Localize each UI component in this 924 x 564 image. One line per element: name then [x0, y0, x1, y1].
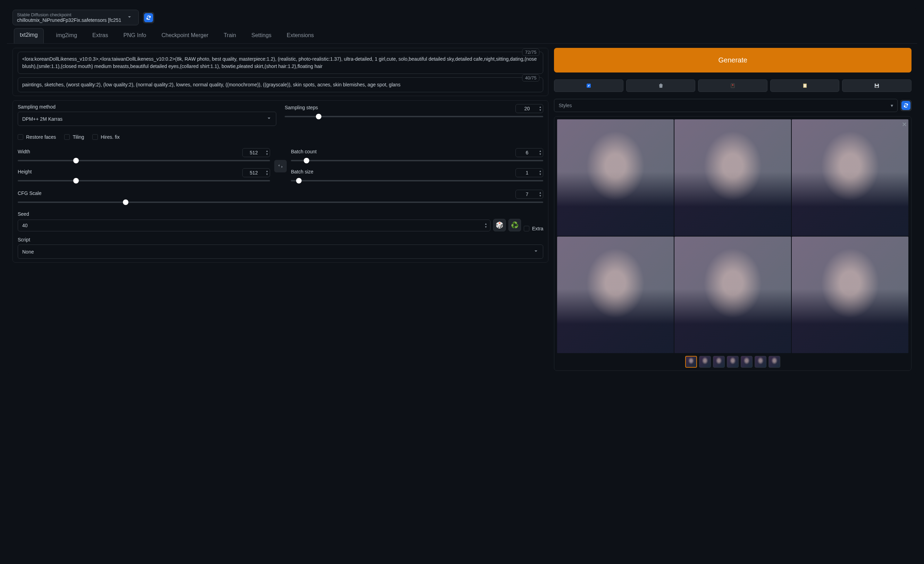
chevron-down-icon[interactable]: [124, 14, 134, 21]
tab-txt2img[interactable]: txt2img: [14, 28, 44, 43]
thumbnail[interactable]: [685, 356, 697, 368]
gallery-image[interactable]: [792, 119, 908, 236]
cfg-scale-slider[interactable]: [18, 199, 543, 206]
width-label: Width: [18, 149, 30, 154]
sampling-steps-label: Sampling steps: [285, 105, 318, 110]
stepper-icon[interactable]: ▲▼: [539, 105, 542, 112]
clear-prompt-button[interactable]: [626, 79, 696, 92]
chevron-down-icon: ▾: [891, 103, 893, 108]
thumbnail[interactable]: [754, 356, 766, 368]
thumbnail[interactable]: [713, 356, 725, 368]
refresh-checkpoint-button[interactable]: [143, 12, 154, 23]
tab-train[interactable]: Train: [221, 28, 239, 43]
reuse-seed-button[interactable]: ♻️: [508, 219, 521, 231]
thumbnail[interactable]: [699, 356, 711, 368]
stepper-icon[interactable]: ▲▼: [539, 191, 542, 197]
tab-checkpoint-merger[interactable]: Checkpoint Merger: [159, 28, 211, 43]
styles-select[interactable]: Styles ▾: [554, 99, 898, 112]
stepper-icon[interactable]: ▲▼: [266, 170, 268, 176]
tab-img2img[interactable]: img2img: [54, 28, 80, 43]
svg-rect-4: [804, 84, 806, 87]
card-icon: [730, 83, 735, 88]
height-slider[interactable]: [18, 177, 270, 184]
width-input[interactable]: 512 ▲▼: [242, 148, 270, 157]
close-icon[interactable]: ✕: [902, 121, 907, 128]
batch-count-input[interactable]: 6 ▲▼: [516, 148, 543, 157]
arrow-corner-icon: [586, 83, 591, 88]
seed-input[interactable]: 40 ▲▼: [18, 220, 490, 231]
negative-token-count: 40/75: [522, 74, 540, 82]
negative-prompt-text: paintings, sketches, (worst quality:2), …: [22, 81, 539, 88]
gallery-image[interactable]: [674, 236, 791, 353]
seed-extra-checkbox[interactable]: Extra: [524, 226, 544, 231]
apply-styles-button[interactable]: [900, 100, 912, 111]
script-select[interactable]: None: [18, 245, 543, 259]
save-style-button[interactable]: [842, 79, 912, 92]
restore-faces-checkbox[interactable]: Restore faces: [18, 134, 56, 140]
positive-prompt-input[interactable]: 72/75 <lora:koreanDollLikeness_v10:0.3>,…: [18, 52, 543, 74]
tab-extensions[interactable]: Extensions: [284, 28, 316, 43]
height-label: Height: [18, 169, 32, 175]
script-label: Script: [18, 237, 543, 242]
thumbnail[interactable]: [768, 356, 780, 368]
tab-extras[interactable]: Extras: [90, 28, 111, 43]
thumbnail[interactable]: [727, 356, 739, 368]
batch-count-slider[interactable]: [291, 157, 543, 164]
batch-count-label: Batch count: [291, 149, 316, 154]
height-input[interactable]: 512 ▲▼: [242, 168, 270, 177]
swap-dimensions-button[interactable]: [274, 160, 287, 172]
chevron-down-icon: [533, 248, 539, 255]
batch-size-slider[interactable]: [291, 177, 543, 184]
stepper-icon[interactable]: ▲▼: [539, 170, 542, 176]
gallery-image[interactable]: [557, 119, 674, 236]
tiling-checkbox[interactable]: Tiling: [64, 134, 84, 140]
output-gallery: ✕: [554, 116, 912, 371]
checkpoint-label: Stable Diffusion checkpoint: [17, 12, 121, 17]
checkpoint-selector[interactable]: Stable Diffusion checkpoint chilloutmix_…: [12, 10, 139, 25]
checkpoint-value: chilloutmix_NiPrunedFp32Fix.safetensors …: [17, 17, 121, 23]
interrogate-button[interactable]: [554, 79, 623, 92]
paste-button[interactable]: [770, 79, 840, 92]
gallery-image[interactable]: [674, 119, 791, 236]
gallery-image[interactable]: [792, 236, 908, 353]
negative-prompt-input[interactable]: 40/75 paintings, sketches, (worst qualit…: [18, 77, 543, 92]
stepper-icon[interactable]: ▲▼: [266, 150, 268, 156]
main-tabs: txt2img img2img Extras PNG Info Checkpoi…: [7, 28, 917, 44]
gallery-image[interactable]: [557, 236, 674, 353]
svg-rect-6: [876, 84, 878, 85]
thumbnail-strip: [557, 356, 908, 368]
generate-button[interactable]: Generate: [554, 48, 912, 72]
save-icon: [874, 83, 880, 88]
stepper-icon[interactable]: ▲▼: [484, 222, 488, 229]
stepper-icon[interactable]: ▲▼: [539, 150, 542, 156]
positive-prompt-text: <lora:koreanDollLikeness_v10:0.3>,<lora:…: [22, 55, 539, 70]
batch-size-label: Batch size: [291, 169, 314, 175]
sampling-steps-slider[interactable]: [285, 113, 543, 120]
swap-icon: [278, 163, 283, 169]
random-seed-button[interactable]: 🎲: [493, 219, 506, 231]
positive-token-count: 72/75: [522, 49, 540, 56]
seed-label: Seed: [18, 211, 543, 217]
thumbnail[interactable]: [741, 356, 753, 368]
sampling-method-select[interactable]: DPM++ 2M Karras: [18, 112, 276, 126]
chevron-down-icon: [266, 115, 272, 122]
clipboard-icon: [802, 83, 808, 88]
extra-networks-button[interactable]: [698, 79, 768, 92]
batch-size-input[interactable]: 1 ▲▼: [516, 168, 543, 177]
width-slider[interactable]: [18, 157, 270, 164]
refresh-icon: [903, 103, 909, 108]
cfg-scale-input[interactable]: 7 ▲▼: [516, 190, 543, 199]
svg-rect-5: [875, 86, 878, 87]
hires-fix-checkbox[interactable]: Hires. fix: [92, 134, 119, 140]
refresh-icon: [146, 15, 152, 21]
tab-png-info[interactable]: PNG Info: [120, 28, 149, 43]
trash-icon: [658, 83, 664, 88]
cfg-scale-label: CFG Scale: [18, 190, 41, 196]
tab-settings[interactable]: Settings: [249, 28, 274, 43]
svg-point-2: [732, 84, 734, 86]
sampling-steps-input[interactable]: 20 ▲▼: [516, 104, 543, 113]
sampling-method-label: Sampling method: [18, 104, 276, 109]
